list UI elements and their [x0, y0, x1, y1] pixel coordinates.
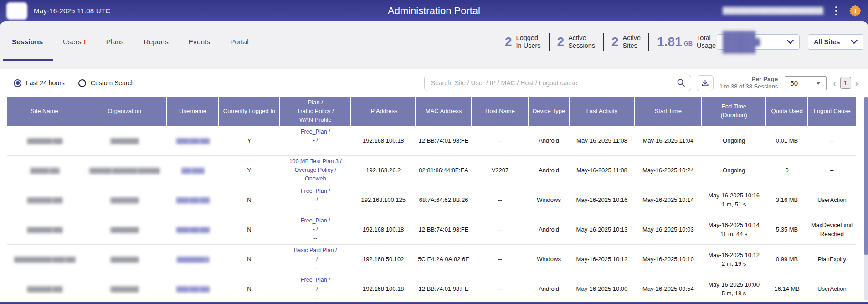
stat-divider: [648, 33, 649, 51]
radio-last-24-hours[interactable]: Last 24 hours: [14, 79, 65, 87]
site-name-redacted: ██████ ███: [30, 168, 59, 173]
vertical-scrollbar[interactable]: [864, 97, 868, 301]
col-logout-cause: Logout Cause: [808, 97, 856, 126]
filter-toolbar: Last 24 hours Custom Search Per Page 1 t…: [3, 69, 865, 96]
tab-sessions[interactable]: Sessions: [12, 35, 43, 49]
table-row[interactable]: ████████ ███ █████████ ████ ███ ███ N Fr…: [7, 185, 856, 215]
sessions-panel: Last 24 hours Custom Search Per Page 1 t…: [3, 69, 865, 304]
table-row[interactable]: ████████████ ████ ███ █████████ ████████…: [7, 245, 856, 274]
plan-link[interactable]: 100 MB Test Plan 3 / Overage Policy / On…: [280, 155, 351, 185]
stat-divider: [549, 33, 550, 51]
next-page-button[interactable]: ›: [854, 79, 859, 88]
bottom-border-bar: [0, 302, 868, 304]
tab-reports[interactable]: Reports: [144, 35, 169, 49]
col-last-activity: Last Activity: [569, 97, 634, 126]
username-link-redacted[interactable]: ████ ███ ███: [176, 197, 209, 203]
col-site-name: Site Name: [7, 97, 82, 126]
tab-plans[interactable]: Plans: [106, 35, 124, 49]
col-host-name: Host Name: [472, 97, 529, 126]
table-row[interactable]: ██████ ███ ███████ ████████ ███████ ███ …: [7, 155, 856, 185]
username-link-redacted[interactable]: ████ ███ ███: [176, 138, 209, 144]
site-name-redacted: ████████ ███: [27, 227, 62, 232]
search-input[interactable]: [424, 75, 691, 91]
plan-link[interactable]: Free_Plan / - / --: [280, 215, 351, 244]
site-name-redacted: ████████ ███: [27, 286, 62, 292]
organization-redacted: █████████: [111, 286, 139, 292]
organization-redacted: ███████ ████████ ███████: [89, 168, 159, 173]
radio-custom-search[interactable]: Custom Search: [78, 79, 134, 87]
stat-divider: [603, 33, 604, 51]
organization-redacted: █████████: [111, 197, 139, 203]
stat-logged-in-users: 2 Logged In Users: [505, 34, 541, 50]
users-alert-indicator: !: [84, 38, 86, 46]
range-text: 1 to 38 of 38 Sessions: [719, 83, 778, 91]
organization-redacted: █████████: [111, 227, 139, 232]
download-button[interactable]: [697, 75, 714, 91]
stat-total-usage: 1.81 GB Total Usage: [657, 34, 716, 50]
organization-redacted: █████████: [111, 138, 139, 144]
col-start-time: Start Time: [635, 97, 702, 126]
table-row[interactable]: ████████ ███ █████████ ████ ███ ███ N Fr…: [7, 274, 856, 304]
search-icon[interactable]: [676, 78, 686, 88]
stat-active-sites: 2 Active Sites: [611, 34, 641, 50]
prev-page-button[interactable]: ‹: [832, 79, 837, 88]
company-logo: [6, 2, 27, 20]
chevron-down-icon: [787, 40, 794, 44]
col-currently-logged-in: Currently Logged In: [219, 97, 280, 126]
scrollbar-thumb[interactable]: [864, 97, 868, 255]
username-link-redacted[interactable]: ███ ████: [181, 168, 204, 173]
col-ip-address: IP Address: [351, 97, 416, 126]
col-organization: Organization: [82, 97, 167, 126]
alert-badge-icon[interactable]: !: [849, 5, 862, 17]
site-name-redacted: ████████ ███: [27, 197, 62, 203]
col-quota-used: Quota Used: [766, 97, 807, 126]
site-name-redacted: ████████ ███: [27, 138, 62, 144]
download-icon: [701, 79, 709, 88]
site-name-redacted: ████████████ ████ ███: [14, 257, 75, 262]
current-page-button[interactable]: 1: [840, 77, 851, 89]
organization-dropdown[interactable]: ███████ ████████ ███████: [717, 34, 800, 50]
summary-stats: 2 Logged In Users 2 Active Sessions 2 Ac…: [505, 33, 716, 51]
kebab-menu-icon[interactable]: [832, 5, 840, 17]
col-device-type: Device Type: [529, 97, 569, 126]
tab-portal[interactable]: Portal: [230, 35, 249, 49]
chevron-down-icon: [851, 40, 858, 44]
radio-button-icon: [78, 79, 86, 87]
sessions-table: Site Name Organization Username Currentl…: [3, 96, 865, 304]
plan-link[interactable]: Free_Plan / - / --: [280, 185, 351, 215]
plan-link[interactable]: Basic Paid Plan / - / --: [280, 245, 351, 274]
per-page-label: Per Page: [719, 75, 778, 83]
username-link-redacted[interactable]: ████ ███ ███: [176, 286, 209, 292]
tab-events[interactable]: Events: [189, 35, 210, 49]
col-mac-address: MAC Address: [416, 97, 472, 126]
user-email-link[interactable]: ████████████████████████: [723, 6, 823, 15]
username-link-redacted[interactable]: █████████ █: [177, 257, 209, 262]
pagination-summary: Per Page 1 to 38 of 38 Sessions: [719, 75, 778, 91]
current-timestamp: May-16-2025 11:08 UTC: [34, 7, 110, 15]
organization-redacted: █████████: [111, 257, 139, 262]
tab-strip: Sessions Users! Plans Reports Events Por…: [0, 21, 868, 69]
svg-text:!: !: [854, 7, 856, 15]
table-header-row: Site Name Organization Username Currentl…: [7, 97, 856, 126]
caret-down-icon: [816, 82, 821, 85]
site-filter-dropdown[interactable]: All Sites: [808, 34, 863, 50]
plan-link[interactable]: Free_Plan / - / --: [280, 274, 351, 304]
table-row[interactable]: ████████ ███ █████████ ████ ███ ███ Y Fr…: [7, 126, 856, 156]
col-end-time: End Time (Duration): [702, 97, 766, 126]
stat-active-sessions: 2 Active Sessions: [557, 34, 595, 50]
username-link-redacted[interactable]: ████ ███ ███: [176, 227, 209, 232]
radio-button-icon: [14, 79, 21, 87]
page-size-dropdown[interactable]: 50: [785, 76, 827, 90]
col-username: Username: [167, 97, 219, 126]
table-row[interactable]: ████████ ███ █████████ ████ ███ ███ N Fr…: [7, 215, 856, 244]
tab-users[interactable]: Users!: [63, 35, 86, 49]
plan-link[interactable]: Free_Plan / - / --: [280, 126, 351, 156]
col-plan: Plan / Traffic Policy / WAN Profile: [280, 97, 351, 126]
